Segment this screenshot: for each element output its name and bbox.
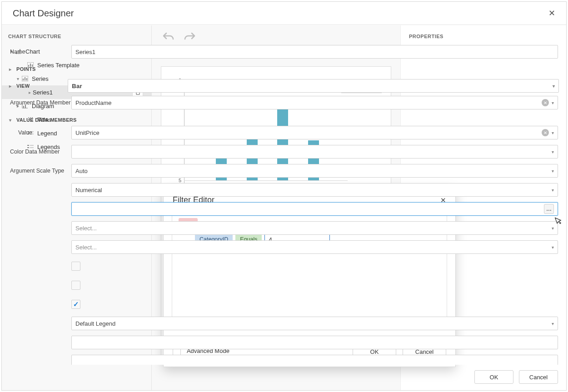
chevron-down-icon: ▾ bbox=[552, 188, 554, 193]
name-label: Name bbox=[10, 49, 71, 55]
legend-select[interactable]: Default Legend▾ bbox=[71, 317, 558, 330]
close-icon[interactable]: ✕ bbox=[548, 8, 555, 18]
section-points[interactable]: ▸POINTS bbox=[2, 64, 566, 74]
chevron-down-icon: ▾ bbox=[552, 169, 554, 174]
clear-icon[interactable]: ✕ bbox=[542, 99, 549, 106]
filter-string-field[interactable]: … bbox=[71, 202, 558, 216]
ok-button[interactable]: OK bbox=[474, 370, 513, 384]
redo-icon[interactable] bbox=[184, 32, 195, 41]
arg-member-label: Argument Data Member bbox=[10, 99, 71, 106]
prop-empty-1[interactable] bbox=[71, 336, 558, 349]
clear-icon[interactable]: ✕ bbox=[542, 129, 549, 136]
chevron-down-icon: ▾ bbox=[552, 130, 554, 135]
value-select[interactable]: UnitPrice ✕▾ bbox=[71, 126, 558, 139]
titlebar: Chart Designer ✕ bbox=[2, 2, 566, 25]
chevron-down-icon: ▾ bbox=[552, 100, 554, 105]
chevron-down-icon: ▾ bbox=[553, 84, 555, 89]
undo-icon[interactable] bbox=[163, 32, 174, 41]
prop-select-2[interactable]: Select...▾ bbox=[71, 240, 558, 254]
color-member-label: Color Data Member bbox=[10, 149, 71, 155]
section-value-data-members[interactable]: ▾VALUE DATA MEMBERS bbox=[2, 114, 566, 125]
view-select[interactable]: Bar▾ bbox=[68, 79, 559, 93]
value-scale-select[interactable]: Numerical▾ bbox=[71, 183, 558, 197]
checkbox-2[interactable] bbox=[71, 281, 80, 290]
properties-panel: PROPERTIES Name Series1 ▸POINTS ▸VIEW Ba… bbox=[400, 25, 566, 390]
value-label: Value bbox=[10, 129, 71, 136]
chevron-down-icon: ▾ bbox=[552, 149, 554, 154]
ellipsis-icon[interactable]: … bbox=[544, 204, 554, 214]
prop-empty-2[interactable] bbox=[71, 355, 558, 365]
checkbox-3-checked[interactable]: ✓ bbox=[71, 300, 80, 309]
arg-scale-select[interactable]: Auto▾ bbox=[71, 164, 558, 178]
color-member-select[interactable]: ▾ bbox=[71, 145, 558, 159]
chart-structure-title: CHART STRUCTURE bbox=[2, 25, 151, 45]
arg-member-select[interactable]: ProductName ✕▾ bbox=[71, 96, 558, 109]
chevron-down-icon: ▾ bbox=[552, 226, 554, 231]
checkbox-1[interactable] bbox=[71, 262, 80, 271]
properties-title: PROPERTIES bbox=[401, 25, 566, 44]
section-view[interactable]: ▸VIEW Bar▾ bbox=[2, 74, 566, 95]
window-title: Chart Designer bbox=[13, 8, 74, 19]
prop-select-1[interactable]: Select...▾ bbox=[71, 221, 558, 235]
chevron-down-icon: ▾ bbox=[552, 321, 554, 326]
chart-designer-window: Chart Designer ✕ CHART STRUCTURE ▾ Chart… bbox=[1, 1, 567, 391]
arg-scale-label: Argument Scale Type bbox=[10, 168, 71, 174]
name-field[interactable]: Series1 bbox=[71, 45, 558, 59]
chevron-down-icon: ▾ bbox=[552, 245, 554, 250]
cancel-button[interactable]: Cancel bbox=[519, 370, 558, 384]
